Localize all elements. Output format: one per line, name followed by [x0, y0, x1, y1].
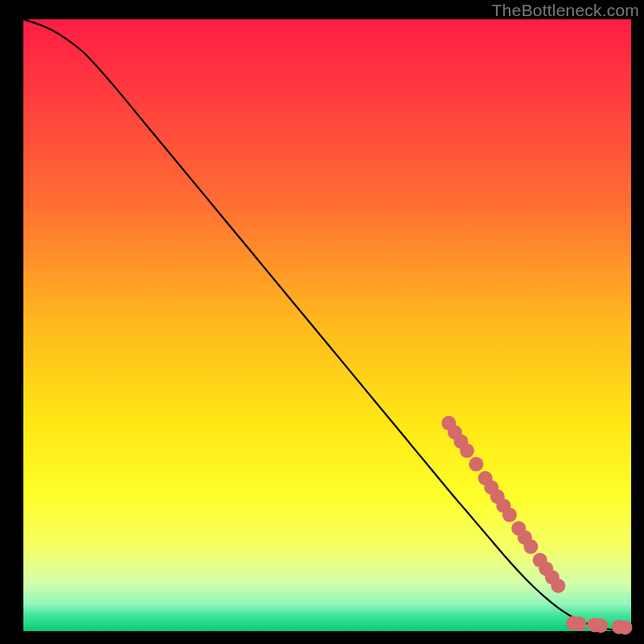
- plot-background: [23, 19, 631, 631]
- data-point-marker: [502, 508, 517, 522]
- data-point-marker: [523, 539, 538, 554]
- data-point-marker: [460, 444, 474, 458]
- data-point-marker: [551, 579, 565, 593]
- data-point-marker: [593, 618, 608, 633]
- data-point-marker: [617, 620, 632, 634]
- data-point-marker: [572, 617, 587, 631]
- chart-container: TheBottleneck.com: [0, 0, 644, 644]
- data-point-marker: [469, 457, 483, 472]
- bottleneck-chart: [0, 0, 644, 644]
